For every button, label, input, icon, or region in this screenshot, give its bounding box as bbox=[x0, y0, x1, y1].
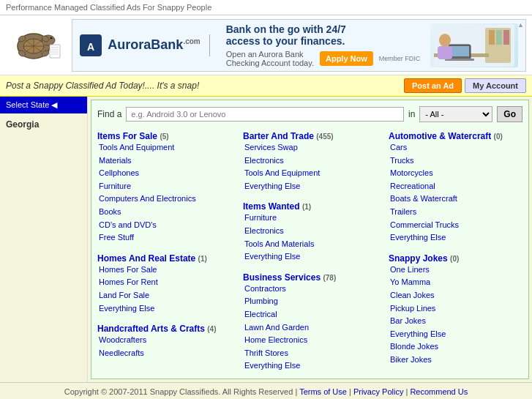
needlecrafts-link[interactable]: Needlecrafts bbox=[99, 347, 231, 360]
category-select[interactable]: - All - bbox=[419, 106, 492, 122]
aurora-sub-area: Open an Aurora Bank Checking Account tod… bbox=[226, 50, 423, 67]
electrical-link[interactable]: Electrical bbox=[244, 308, 377, 321]
everything-else-link-4[interactable]: Everything Else bbox=[244, 359, 377, 373]
my-account-button[interactable]: My Account bbox=[465, 78, 526, 93]
homes-real-estate-title[interactable]: Homes And Real Estate (1) bbox=[97, 253, 207, 264]
in-label: in bbox=[408, 109, 415, 119]
pickup-lines-link[interactable]: Pickup Lines bbox=[390, 302, 522, 316]
contractors-link[interactable]: Contractors bbox=[244, 283, 377, 296]
homes-for-sale-link[interactable]: Homes For Sale bbox=[99, 264, 231, 277]
one-liners-link[interactable]: One Liners bbox=[390, 264, 522, 277]
search-bar: Find a in - All - Go bbox=[97, 106, 522, 122]
category-column-1: Items For Sale (5) Tools And Equipment M… bbox=[97, 131, 231, 373]
items-for-sale-title[interactable]: Items For Sale (5) bbox=[97, 131, 169, 141]
cds-dvds-link[interactable]: CD's and DVD's bbox=[99, 219, 231, 232]
post-buttons: Post an Ad My Account bbox=[404, 78, 526, 93]
homes-for-rent-link[interactable]: Homes For Rent bbox=[99, 276, 231, 289]
tools-materials-link[interactable]: Tools And Materials bbox=[244, 238, 377, 251]
main-layout: Select State ◀ Georgia Find a in - All -… bbox=[0, 97, 532, 382]
copyright-text: Copyright © 2007-2011 Snappy Classifieds… bbox=[64, 387, 293, 396]
land-for-sale-link[interactable]: Land For Sale bbox=[99, 289, 231, 302]
svg-rect-23 bbox=[496, 30, 502, 45]
header-tagline: Performance Managed Classified Ads For S… bbox=[6, 3, 211, 12]
business-services-title[interactable]: Business Services (78) bbox=[243, 272, 336, 283]
motorcycles-link[interactable]: Motorcycles bbox=[390, 167, 522, 180]
category-column-2: Barter And Trade (455) Services Swap Ele… bbox=[243, 131, 377, 373]
electronics-link-1[interactable]: Electronics bbox=[244, 154, 377, 168]
svg-rect-13 bbox=[50, 45, 60, 58]
snappy-jokes-title[interactable]: Snappy Jokes (0) bbox=[389, 253, 459, 264]
recommend-link[interactable]: Recommend Us bbox=[410, 387, 468, 396]
free-stuff-link[interactable]: Free Stuff bbox=[99, 231, 231, 245]
woodcrafters-link[interactable]: Woodcrafters bbox=[99, 334, 231, 347]
thrift-stores-link[interactable]: Thrift Stores bbox=[244, 347, 377, 360]
services-swap-link[interactable]: Services Swap bbox=[244, 141, 377, 154]
items-for-sale-section: Items For Sale (5) Tools And Equipment M… bbox=[97, 131, 231, 245]
aurora-text-content: Bank on the go with 24/7 access to your … bbox=[219, 23, 430, 67]
trucks-link[interactable]: Trucks bbox=[390, 154, 522, 168]
cars-link[interactable]: Cars bbox=[390, 141, 522, 154]
biker-jokes-link[interactable]: Biker Jokes bbox=[390, 354, 522, 367]
cellphones-link[interactable]: Cellphones bbox=[99, 167, 231, 180]
commercial-trucks-link[interactable]: Commercial Trucks bbox=[390, 219, 522, 232]
everything-else-link-3[interactable]: Everything Else bbox=[244, 250, 377, 264]
sidebar: Select State ◀ Georgia bbox=[0, 97, 88, 382]
aurora-headline2: access to your finances. bbox=[226, 35, 423, 47]
yo-mamma-link[interactable]: Yo Mamma bbox=[390, 276, 522, 289]
home-electronics-link[interactable]: Home Electronics bbox=[244, 334, 377, 347]
apply-now-button[interactable]: Apply Now bbox=[320, 51, 373, 66]
materials-link[interactable]: Materials bbox=[99, 154, 231, 168]
aurora-headline: Bank on the go with 24/7 bbox=[226, 23, 423, 35]
blonde-jokes-link[interactable]: Blonde Jokes bbox=[390, 340, 522, 354]
homes-real-estate-section: Homes And Real Estate (1) Homes For Sale… bbox=[97, 253, 231, 315]
select-state-button[interactable]: Select State ◀ bbox=[0, 97, 87, 113]
automotive-watercraft-section: Automotive & Watercraft (0) Cars Trucks … bbox=[389, 131, 522, 245]
find-label: Find a bbox=[97, 109, 121, 119]
automotive-watercraft-title[interactable]: Automotive & Watercraft (0) bbox=[389, 131, 503, 141]
furniture-link-1[interactable]: Furniture bbox=[99, 180, 231, 193]
tools-equipment-link[interactable]: Tools And Equipment bbox=[99, 141, 231, 154]
everything-else-link-1[interactable]: Everything Else bbox=[99, 302, 231, 316]
post-bar: Post a Snappy Classified Ad Today!.... I… bbox=[0, 75, 532, 97]
top-area: ▲ A AuroraBank.com Bank on the go with 2… bbox=[0, 15, 532, 75]
everything-else-link-6[interactable]: Everything Else bbox=[390, 328, 522, 341]
go-button[interactable]: Go bbox=[497, 106, 522, 122]
boats-watercraft-link[interactable]: Boats & Watercraft bbox=[390, 193, 522, 206]
handcrafted-arts-title[interactable]: Handcrafted Arts & Crafts (4) bbox=[97, 324, 217, 334]
clean-jokes-link[interactable]: Clean Jokes bbox=[390, 289, 522, 302]
header-bar: Performance Managed Classified Ads For S… bbox=[0, 0, 532, 15]
search-input[interactable] bbox=[126, 107, 404, 122]
logo-turtle-icon bbox=[6, 18, 64, 70]
state-name: Georgia bbox=[0, 113, 87, 135]
logo-area bbox=[6, 18, 72, 72]
barter-trade-section: Barter And Trade (455) Services Swap Ele… bbox=[243, 131, 377, 193]
furniture-link-2[interactable]: Furniture bbox=[244, 212, 377, 225]
trailers-link[interactable]: Trailers bbox=[390, 206, 522, 219]
everything-else-link-2[interactable]: Everything Else bbox=[244, 180, 377, 193]
computers-electronics-link[interactable]: Computers And Electronics bbox=[99, 193, 231, 206]
fdic-text: Member FDIC bbox=[379, 55, 421, 62]
aurora-bank-suffix: .com bbox=[183, 37, 200, 45]
items-wanted-section: Items Wanted (1) Furniture Electronics T… bbox=[243, 201, 377, 263]
banner-ad-content: A AuroraBank.com Bank on the go with 24/… bbox=[80, 23, 518, 67]
bar-jokes-link[interactable]: Bar Jokes bbox=[390, 315, 522, 328]
banner-photo bbox=[430, 23, 518, 67]
handcrafted-arts-section: Handcrafted Arts & Crafts (4) Woodcrafte… bbox=[97, 324, 231, 359]
electronics-link-2[interactable]: Electronics bbox=[244, 225, 377, 238]
lawn-garden-link[interactable]: Lawn And Garden bbox=[244, 321, 377, 335]
items-wanted-title[interactable]: Items Wanted (1) bbox=[243, 201, 311, 212]
barter-trade-title[interactable]: Barter And Trade (455) bbox=[243, 131, 334, 141]
tools-equipment-link-2[interactable]: Tools And Equipment bbox=[244, 167, 377, 180]
svg-rect-30 bbox=[438, 46, 452, 59]
svg-point-29 bbox=[439, 34, 451, 47]
plumbing-link[interactable]: Plumbing bbox=[244, 295, 377, 308]
terms-link[interactable]: Terms of Use bbox=[299, 387, 347, 396]
post-ad-button[interactable]: Post an Ad bbox=[404, 78, 462, 93]
everything-else-link-5[interactable]: Everything Else bbox=[390, 231, 522, 245]
svg-point-7 bbox=[50, 37, 53, 40]
ad-indicator: ▲ bbox=[517, 21, 524, 29]
books-link[interactable]: Books bbox=[99, 206, 231, 219]
recreational-link[interactable]: Recreational bbox=[390, 180, 522, 193]
snappy-jokes-section: Snappy Jokes (0) One Liners Yo Mamma Cle… bbox=[389, 253, 522, 367]
privacy-link[interactable]: Privacy Policy bbox=[353, 387, 403, 396]
